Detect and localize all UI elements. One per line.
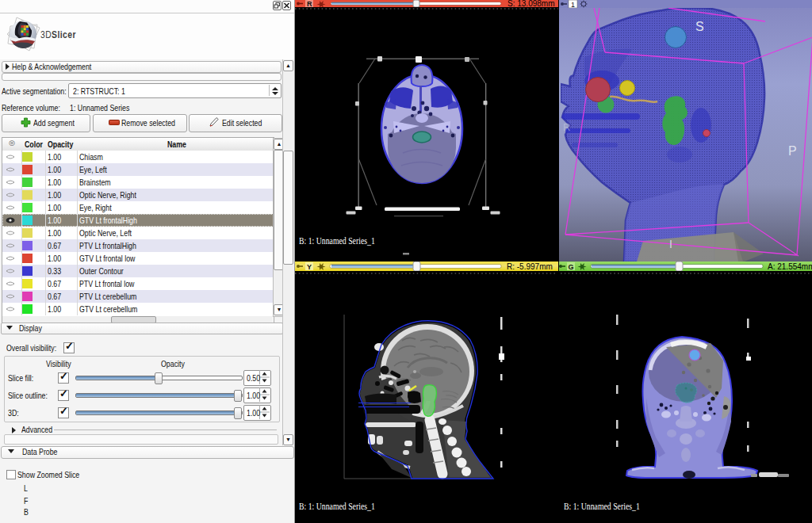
- svg-text:G: G: [569, 263, 574, 271]
- svg-text:I: I: [669, 238, 672, 250]
- svg-text:R: -5.997mm: R: -5.997mm: [507, 262, 553, 271]
- svg-text:Y: Y: [307, 263, 312, 271]
- svg-text:S: 13.098mm: S: 13.098mm: [508, 0, 554, 7]
- svg-text:R: R: [563, 121, 570, 133]
- svg-text:P: P: [788, 144, 797, 158]
- svg-text:R: R: [307, 0, 312, 7]
- svg-text:1: 1: [571, 1, 575, 9]
- svg-text:A: 21.554mm: A: 21.554mm: [768, 262, 812, 271]
- svg-text:S: S: [695, 20, 704, 33]
